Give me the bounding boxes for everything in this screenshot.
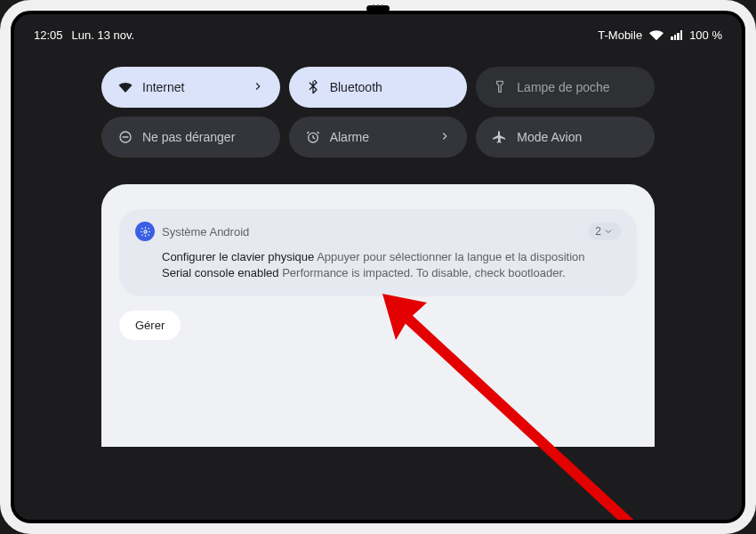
manage-button[interactable]: Gérer (119, 311, 181, 340)
status-date: Lun. 13 nov. (72, 28, 135, 42)
status-battery: 100 % (689, 28, 722, 42)
notification-header: Système Android 2 (135, 222, 621, 241)
wifi-icon (117, 79, 133, 95)
screen-content: 12:05 Lun. 13 nov. T-Mobile 100 % Intern… (12, 12, 744, 522)
notification-body: Appuyer pour sélectionner la langue et l… (317, 250, 584, 263)
camera-notch (366, 5, 390, 12)
status-time: 12:05 (34, 28, 63, 42)
chevron-down-icon (603, 226, 614, 237)
chevron-right-icon (252, 80, 264, 95)
alarm-icon (305, 129, 321, 145)
quick-settings-grid: Internet Bluetooth Lampe de poche (101, 67, 655, 158)
qs-tile-bluetooth[interactable]: Bluetooth (289, 67, 468, 108)
qs-tile-label: Internet (142, 80, 184, 94)
airplane-icon (492, 129, 508, 145)
status-carrier: T-Mobile (598, 28, 642, 42)
gear-icon (135, 222, 155, 241)
notification-app-name: Système Android (162, 225, 249, 239)
qs-tile-label: Alarme (330, 130, 369, 144)
status-right: T-Mobile 100 % (598, 28, 722, 42)
notification-count-badge[interactable]: 2 (588, 222, 621, 240)
status-bar: 12:05 Lun. 13 nov. T-Mobile 100 % (12, 12, 744, 49)
notification-title: Serial console enabled (162, 266, 279, 279)
chevron-right-icon (438, 130, 451, 145)
notification-body: Performance is impacted. To disable, che… (282, 266, 565, 279)
qs-tile-flashlight[interactable]: Lampe de poche (476, 67, 655, 108)
notification-line[interactable]: Serial console enabled Performance is im… (162, 266, 621, 279)
qs-tile-alarm[interactable]: Alarme (289, 117, 468, 158)
camera-dots (373, 4, 383, 6)
qs-tile-airplane[interactable]: Mode Avion (476, 117, 655, 158)
wifi-icon (649, 30, 664, 41)
notification-count: 2 (595, 225, 601, 238)
qs-tile-label: Lampe de poche (517, 80, 609, 94)
manage-button-label: Gérer (135, 319, 165, 332)
flashlight-icon (492, 79, 508, 95)
notification-sheet[interactable]: Système Android 2 Configurer le clavier … (101, 184, 655, 447)
qs-tile-label: Ne pas déranger (142, 130, 235, 144)
dnd-icon (117, 129, 133, 145)
notification-card[interactable]: Système Android 2 Configurer le clavier … (119, 209, 637, 296)
bluetooth-icon (305, 79, 321, 95)
notification-title: Configurer le clavier physique (162, 250, 314, 263)
status-left: 12:05 Lun. 13 nov. (34, 28, 134, 42)
notification-line[interactable]: Configurer le clavier physique Appuyer p… (162, 250, 621, 263)
quick-settings-panel: Internet Bluetooth Lampe de poche (12, 49, 744, 175)
qs-tile-label: Mode Avion (517, 130, 582, 144)
qs-tile-dnd[interactable]: Ne pas déranger (101, 117, 280, 158)
svg-point-3 (143, 230, 146, 232)
qs-tile-internet[interactable]: Internet (101, 67, 280, 108)
qs-tile-label: Bluetooth (330, 80, 382, 94)
signal-icon (671, 30, 682, 40)
